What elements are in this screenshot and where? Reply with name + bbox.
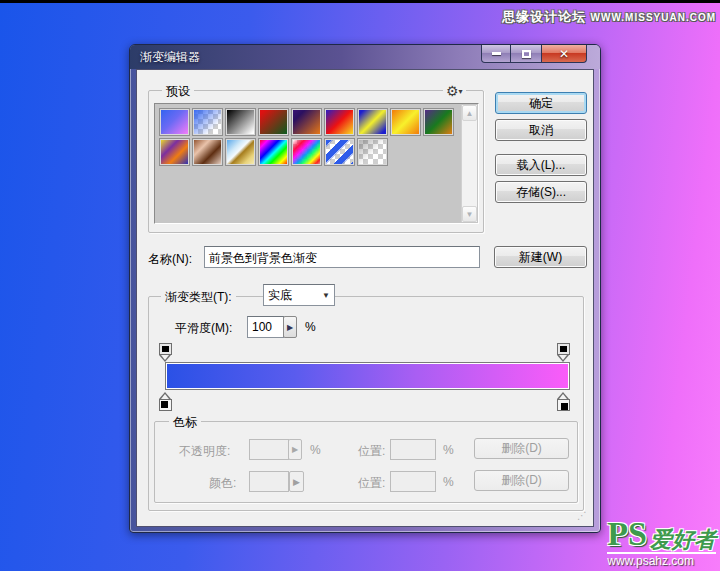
watermark-missyuan: 思缘设计论坛 WWW.MISSYUAN.COM bbox=[502, 8, 716, 26]
minimize-icon bbox=[492, 52, 501, 55]
preset-thumbnail-transparent-stripes[interactable] bbox=[324, 138, 355, 166]
preset-thumbnail-blue-red-yellow[interactable] bbox=[324, 108, 355, 136]
preset-thumbnail-violet-orange[interactable] bbox=[291, 108, 322, 136]
smoothness-input[interactable]: 100 bbox=[247, 316, 284, 338]
scroll-up-icon[interactable]: ▲ bbox=[462, 105, 477, 121]
position-label-2: 位置: bbox=[358, 475, 385, 492]
opacity-stop-left[interactable] bbox=[159, 343, 172, 362]
name-label: 名称(N): bbox=[148, 251, 192, 268]
gear-icon: ⚙ bbox=[446, 83, 459, 99]
minimize-button[interactable] bbox=[481, 45, 511, 63]
position-unit-2: % bbox=[443, 475, 454, 489]
smoothness-label: 平滑度(M): bbox=[175, 320, 232, 337]
close-icon: ✕ bbox=[559, 47, 569, 61]
watermark-site-name: 思缘设计论坛 bbox=[502, 9, 586, 24]
preset-thumbnail-neutral-density[interactable] bbox=[357, 138, 388, 166]
preset-list: ▲ ▼ bbox=[154, 103, 479, 224]
color-stop-right[interactable] bbox=[557, 392, 570, 411]
cancel-button[interactable]: 取消 bbox=[495, 119, 587, 141]
psahz-logo-url: www.psahz.com bbox=[607, 552, 716, 567]
preset-grid bbox=[158, 107, 459, 220]
opacity-spinner-icon: ▶ bbox=[288, 439, 302, 460]
stops-group-label: 色标 bbox=[169, 414, 201, 431]
maximize-icon bbox=[522, 50, 531, 58]
save-button[interactable]: 存储(S)... bbox=[495, 181, 587, 203]
smoothness-spinner[interactable]: ▶ bbox=[283, 316, 297, 338]
combo-arrow-icon: ▼ bbox=[322, 291, 330, 300]
position-input-2 bbox=[390, 471, 436, 492]
position-label-1: 位置: bbox=[358, 443, 385, 460]
dialog-client-area: 预设 ⚙▾ ▲ ▼ 确定 取消 载入(L)... 存储(S)... 名称(N):… bbox=[136, 69, 594, 527]
preset-thumbnail-black-white[interactable] bbox=[225, 108, 256, 136]
color-swatch bbox=[249, 471, 289, 492]
preset-scrollbar[interactable]: ▲ ▼ bbox=[461, 105, 477, 222]
opacity-input bbox=[249, 439, 289, 460]
delete-color-button: 删除(D) bbox=[474, 470, 569, 491]
maximize-button[interactable] bbox=[511, 45, 541, 63]
ok-button[interactable]: 确定 bbox=[495, 92, 587, 114]
opacity-label: 不透明度: bbox=[179, 443, 230, 460]
top-black-bar bbox=[0, 0, 720, 3]
position-input-1 bbox=[390, 439, 436, 460]
color-stop-left[interactable] bbox=[159, 392, 172, 411]
resize-grip[interactable]: ⋰ bbox=[577, 511, 589, 523]
color-stop-icon bbox=[159, 399, 172, 411]
preset-thumbnail-spectrum[interactable] bbox=[258, 138, 289, 166]
dialog-title: 渐变编辑器 bbox=[140, 49, 200, 66]
window-controls: ✕ bbox=[481, 45, 587, 63]
desktop: { "colors": { "page_bg": "linear-gradien… bbox=[0, 0, 720, 571]
gradient-type-select[interactable]: 实底 ▼ bbox=[263, 284, 335, 306]
color-stop-icon bbox=[557, 399, 570, 411]
opacity-stop-icon bbox=[557, 343, 570, 355]
gradient-preview-bar[interactable] bbox=[165, 362, 570, 390]
color-label: 颜色: bbox=[209, 475, 236, 492]
opacity-stop-icon bbox=[159, 343, 172, 355]
preset-thumbnail-copper[interactable] bbox=[192, 138, 223, 166]
watermark-psahz: PS 爱好者 www.psahz.com bbox=[607, 517, 716, 567]
preset-thumbnail-transparent-rainbow[interactable] bbox=[291, 138, 322, 166]
scroll-down-icon[interactable]: ▼ bbox=[462, 206, 477, 222]
color-picker-arrow-icon: ▶ bbox=[289, 471, 304, 492]
close-button[interactable]: ✕ bbox=[541, 45, 587, 63]
psahz-logo-name: 爱好者 bbox=[650, 529, 716, 551]
preset-thumbnail-blue-yellow-blue[interactable] bbox=[357, 108, 388, 136]
preset-thumbnail-fg-to-bg[interactable] bbox=[159, 108, 190, 136]
opacity-stop-right[interactable] bbox=[557, 343, 570, 362]
presets-group-label: 预设 bbox=[162, 83, 194, 100]
opacity-unit: % bbox=[310, 443, 321, 457]
gradient-editor-dialog: 渐变编辑器 ✕ 预设 ⚙▾ ▲ ▼ 确定 取消 载入(L)... 存储(S)..… bbox=[129, 44, 601, 533]
smoothness-unit: % bbox=[305, 320, 316, 334]
preset-thumbnail-yellow-violet-orange-blue[interactable] bbox=[159, 138, 190, 166]
chevron-down-icon: ▾ bbox=[459, 87, 463, 96]
gradient-type-label: 渐变类型(T): bbox=[161, 289, 236, 306]
preset-thumbnail-red-green[interactable] bbox=[258, 108, 289, 136]
new-button[interactable]: 新建(W) bbox=[494, 246, 587, 268]
psahz-logo-ps: PS bbox=[607, 517, 647, 551]
preset-thumbnail-violet-green-orange[interactable] bbox=[423, 108, 454, 136]
preset-thumbnail-orange-yellow-orange[interactable] bbox=[390, 108, 421, 136]
gradient-name-input[interactable]: 前景色到背景色渐变 bbox=[204, 246, 480, 268]
watermark-site-url: WWW.MISSYUAN.COM bbox=[591, 12, 716, 23]
preset-thumbnail-chrome[interactable] bbox=[225, 138, 256, 166]
position-unit-1: % bbox=[443, 443, 454, 457]
load-button[interactable]: 载入(L)... bbox=[495, 154, 587, 176]
preset-menu-button[interactable]: ⚙▾ bbox=[443, 83, 466, 99]
gradient-type-value: 实底 bbox=[268, 287, 292, 304]
preset-thumbnail-fg-to-transparent[interactable] bbox=[192, 108, 223, 136]
delete-opacity-button: 删除(D) bbox=[474, 438, 569, 459]
